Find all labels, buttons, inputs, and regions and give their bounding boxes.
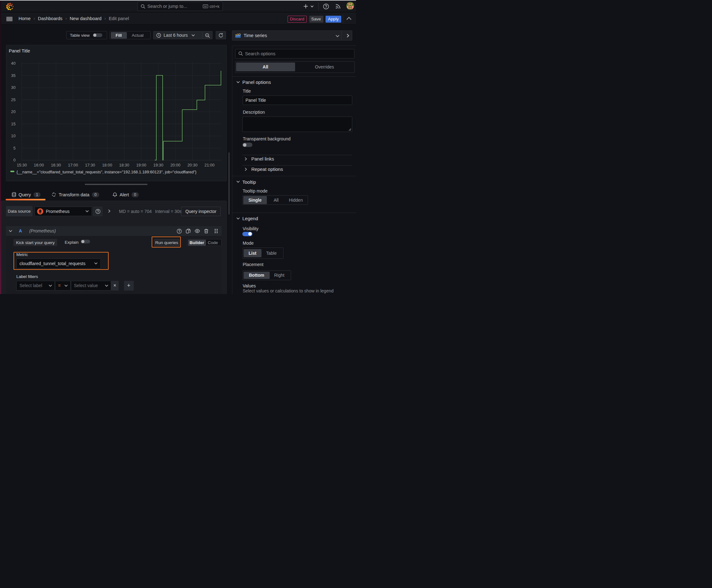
svg-text:19:00: 19:00 — [136, 162, 146, 167]
svg-text:17:00: 17:00 — [68, 162, 78, 167]
svg-text:16:00: 16:00 — [34, 162, 44, 167]
svg-text:18:30: 18:30 — [119, 162, 129, 167]
svg-text:19:30: 19:30 — [153, 162, 163, 167]
svg-text:17:30: 17:30 — [85, 162, 95, 167]
svg-text:25: 25 — [11, 97, 15, 102]
svg-text:40: 40 — [11, 61, 15, 66]
svg-text:16:30: 16:30 — [51, 162, 61, 167]
svg-text:20:30: 20:30 — [187, 162, 197, 167]
svg-text:5: 5 — [13, 145, 15, 150]
svg-text:30: 30 — [11, 85, 15, 90]
svg-text:15:30: 15:30 — [17, 162, 27, 167]
svg-text:15: 15 — [11, 121, 15, 126]
svg-text:18:00: 18:00 — [102, 162, 112, 167]
svg-text:20:00: 20:00 — [170, 162, 180, 167]
svg-text:21:00: 21:00 — [204, 162, 214, 167]
svg-text:{__name__="cloudflared_tunnel_: {__name__="cloudflared_tunnel_total_requ… — [16, 169, 196, 174]
svg-text:10: 10 — [11, 133, 15, 138]
svg-text:0: 0 — [13, 158, 15, 162]
svg-text:20: 20 — [11, 109, 15, 114]
svg-text:35: 35 — [11, 73, 15, 78]
